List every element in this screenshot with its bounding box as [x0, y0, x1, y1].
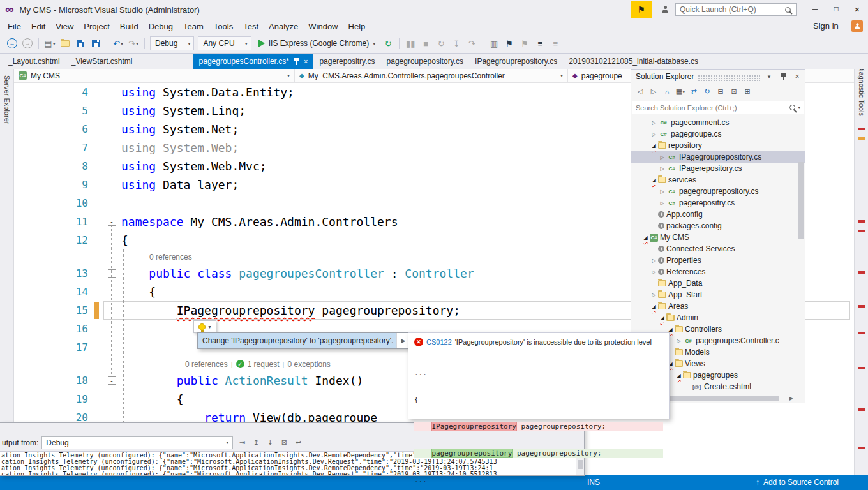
tree-expand-arrow[interactable]: ◢ [666, 327, 675, 332]
toolbar-restart-button[interactable]: ↻ [434, 36, 448, 50]
tree-expand-arrow[interactable]: ▷ [650, 292, 658, 298]
tree-expand-arrow[interactable]: ◢ [675, 373, 683, 378]
tab-201903102121085-initial-database-cs[interactable]: 201903102121085_initial-database.cs [563, 54, 704, 69]
toolbar-step-into-button[interactable]: ↧ [449, 36, 463, 50]
code-text[interactable]: public class pagegroupesController : Con… [120, 264, 474, 283]
sign-in-link[interactable]: Sign in [813, 21, 839, 31]
toolbar-save-all-button[interactable] [89, 36, 103, 50]
se-navigate-backward-button[interactable]: ◁ [634, 86, 646, 98]
code-text[interactable]: using System.Web; [120, 138, 239, 157]
solution-explorer-search-input[interactable]: Search Solution Explorer (Ctrl+;) ▾ [632, 101, 804, 114]
vertical-scrollbar-thumb[interactable] [798, 162, 804, 239]
se-home-button[interactable]: ⌂ [661, 86, 673, 98]
server-explorer-tab[interactable]: Server Explorer [3, 75, 11, 124]
tree-item-packages-config[interactable]: packages.config [631, 220, 805, 232]
menu-project[interactable]: Project [79, 20, 114, 33]
toolbar-find-in-files-button[interactable]: ▥ [487, 36, 501, 50]
codelens-link[interactable]: 0 references [149, 253, 192, 262]
output-previous-message-button[interactable]: ↥ [250, 437, 262, 449]
tree-item-app-config[interactable]: App.config [631, 209, 805, 220]
output-goto-message-button[interactable]: ⇥ [236, 437, 248, 449]
close-icon[interactable]: × [304, 57, 308, 65]
code-text[interactable]: { [120, 283, 156, 301]
tree-item-app-data[interactable]: App_Data [631, 278, 805, 289]
fold-collapse-button[interactable]: - [108, 218, 116, 226]
codelens-link[interactable]: 0 exceptions [287, 360, 330, 369]
auto-hide-pin-button[interactable] [778, 73, 788, 80]
panel-drag-handle[interactable] [698, 75, 760, 81]
tree-expand-arrow[interactable]: ◢ [650, 143, 658, 149]
toolbar-new-file-button[interactable]: ▤▾ [43, 36, 57, 50]
tree-item-ipagegrouprepository-cs[interactable]: ▷C#IPagegrouprepository.cs [631, 151, 805, 163]
output-word-wrap-button[interactable]: ↩ [292, 437, 304, 449]
code-text[interactable]: using Data_layer; [120, 175, 239, 194]
code-text[interactable] [120, 338, 121, 357]
tree-expand-arrow[interactable]: ◢ [650, 304, 658, 309]
se-switch-views-button[interactable]: ▦▾ [675, 86, 686, 98]
tree-item-pagecomment-cs[interactable]: ▷C#pagecomment.cs [631, 117, 805, 128]
menu-test[interactable]: Test [238, 20, 264, 33]
menu-file[interactable]: File [3, 20, 26, 33]
minimize-button[interactable]: ─ [805, 0, 825, 18]
menu-help[interactable]: Help [343, 20, 371, 33]
code-text[interactable]: { [120, 390, 184, 408]
tree-item-properties[interactable]: ▷Properties [631, 255, 805, 266]
fold-collapse-button[interactable]: - [108, 269, 116, 278]
toolbar-comment-lines-button[interactable]: ≡ [533, 36, 547, 50]
menu-window[interactable]: Window [303, 20, 343, 33]
maximize-button[interactable]: □ [827, 0, 846, 18]
toolbar-save-button[interactable] [73, 36, 87, 50]
tree-expand-arrow[interactable]: ▷ [658, 189, 666, 195]
diagnostic-tools-tab[interactable]: Diagnostic Tools [858, 65, 865, 116]
menu-team[interactable]: Team [178, 20, 209, 33]
pin-icon[interactable] [294, 58, 299, 65]
tree-item-pagegrouprepository-cs[interactable]: ▷C#pagegrouprepository.cs [631, 186, 805, 197]
toolbar-break-all-button[interactable]: ▮▮ [403, 36, 417, 50]
tree-item-ipagerepository-cs[interactable]: ▷C#IPagerepository.cs [631, 163, 805, 174]
tree-expand-arrow[interactable]: ▷ [658, 200, 666, 206]
se-properties-button[interactable]: ⊞ [742, 86, 753, 98]
toolbar-platform-combo[interactable]: Any CPU▾ [198, 36, 251, 50]
tree-item-connected-services[interactable]: Connected Services [631, 243, 805, 255]
quick-action-item[interactable]: Change 'IPagegrouprepository' to 'pagegr… [198, 333, 396, 348]
tree-item-repository[interactable]: ◢repository [631, 140, 805, 151]
panel-close-button[interactable]: × [792, 72, 802, 81]
toolbar-nav-backward-button[interactable]: ← [5, 36, 19, 50]
add-to-source-control-button[interactable]: ↑ Add to Source Control [756, 478, 839, 487]
se-sync-with-active-document-button[interactable]: ⇄ [688, 86, 700, 98]
code-text[interactable]: { [120, 231, 128, 249]
code-text[interactable]: public ActionResult Index() [120, 371, 363, 390]
code-text[interactable]: using System.Net; [120, 120, 239, 138]
tree-item-areas[interactable]: ◢Areas [631, 301, 805, 312]
tree-expand-arrow[interactable]: ▷ [650, 258, 658, 264]
toolbar-attach-refresh-button[interactable]: ↻ [381, 36, 395, 50]
code-text[interactable] [120, 320, 121, 338]
code-text[interactable]: using System.Web.Mvc; [120, 157, 267, 175]
toolbar-undo-button[interactable]: ↶▾ [111, 36, 125, 50]
toolbar-config-combo[interactable]: Debug▾ [150, 36, 194, 50]
tab-ipagegrouprepository-cs[interactable]: IPagegrouprepository.cs [469, 54, 563, 69]
se-navigate-forward-button[interactable]: ▷ [648, 86, 659, 98]
menu-build[interactable]: Build [115, 20, 144, 33]
output-source-dropdown[interactable]: Debug ▾ [41, 436, 233, 449]
tree-expand-arrow[interactable]: ▷ [658, 166, 666, 172]
notifications-flag-button[interactable]: ⚑ [631, 1, 652, 18]
menu-edit[interactable]: Edit [26, 20, 50, 33]
menu-debug[interactable]: Debug [144, 20, 178, 33]
code-text[interactable]: IPagegrouprepository pagegrouprepository… [120, 301, 460, 320]
tree-expand-arrow[interactable]: ◢ [650, 177, 658, 183]
toolbar-step-over-button[interactable]: ↷ [465, 36, 479, 50]
send-feedback-button[interactable] [657, 3, 673, 16]
tree-expand-arrow[interactable]: ◢ [641, 235, 650, 241]
tree-expand-arrow[interactable]: ▷ [650, 131, 658, 137]
tab-pagegroupescontroller-cs[interactable]: pagegroupesController.cs*× [193, 54, 314, 69]
se-show-all-files-button[interactable]: ⊡ [728, 86, 740, 98]
toolbar-open-file-button[interactable] [58, 36, 72, 50]
tree-item-app-start[interactable]: ▷App_Start [631, 289, 805, 301]
tree-expand-arrow[interactable]: ▷ [650, 120, 658, 126]
tree-item-pagegroupe-cs[interactable]: ▷C#pagegroupe.cs [631, 128, 805, 140]
tab-viewstart-cshtml[interactable]: _ViewStart.cshtml [66, 54, 138, 69]
close-button[interactable]: × [848, 0, 867, 18]
tree-expand-arrow[interactable]: ▷ [675, 338, 683, 344]
codelens-link[interactable]: 0 references [185, 360, 228, 369]
